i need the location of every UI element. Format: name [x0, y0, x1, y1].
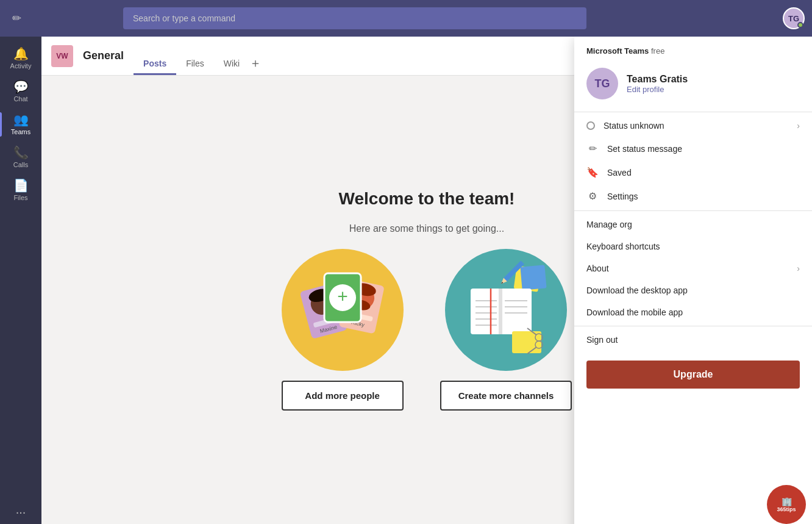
divider-2 — [574, 210, 812, 211]
add-people-illustration: Maxine Ricky — [282, 249, 404, 371]
dropdown-header: Microsoft Teams free — [574, 37, 812, 60]
tab-add-button[interactable]: ＋ — [249, 55, 262, 75]
sidebar-item-label: Teams — [11, 128, 30, 135]
sidebar-item-label: Files — [13, 194, 27, 201]
download-mobile-label: Download the mobile app — [586, 307, 800, 317]
dropdown-panel: Microsoft Teams free TG Teams Gratis Edi… — [574, 37, 812, 524]
profile-name: Teams Gratis — [627, 74, 688, 85]
profile-avatar: TG — [586, 68, 618, 99]
sidebar-item-label: Calls — [13, 161, 28, 168]
profile-edit-link[interactable]: Edit profile — [627, 85, 688, 94]
activity-icon: 🔔 — [13, 46, 29, 61]
set-status-label: Set status message — [607, 144, 800, 154]
content-area: VW General Posts Files Wiki ＋ Welcome to… — [41, 37, 812, 524]
settings-label: Settings — [607, 192, 800, 201]
tab-posts[interactable]: Posts — [134, 37, 176, 75]
tips-badge[interactable]: 🏢 365tips — [767, 485, 806, 524]
create-channels-illustration — [445, 249, 567, 371]
add-more-people-button[interactable]: Add more people — [282, 381, 404, 411]
edit-icon[interactable]: ✏ — [12, 12, 21, 25]
sidebar-more[interactable]: ... — [9, 495, 34, 524]
tab-files[interactable]: Files — [176, 37, 214, 75]
sidebar-item-teams[interactable]: 👥 Teams — [0, 107, 41, 140]
welcome-subtitle: Here are some things to get going... — [349, 223, 504, 234]
create-channels-card: Create more channels — [440, 249, 572, 411]
welcome-title: Welcome to the team! — [339, 189, 515, 209]
presence-dot — [797, 22, 803, 28]
menu-item-manage-org[interactable]: Manage org — [574, 214, 812, 235]
sidebar-item-chat[interactable]: 💬 Chat — [0, 74, 41, 107]
tips-icon: 🏢 — [782, 497, 792, 506]
menu-item-about[interactable]: About › — [574, 257, 812, 279]
download-desktop-label: Download the desktop app — [586, 285, 800, 295]
search-bar[interactable]: Search or type a command — [123, 7, 586, 29]
status-label: Status unknown — [604, 121, 788, 131]
menu-item-sign-out[interactable]: Sign out — [574, 329, 812, 351]
keyboard-shortcuts-label: Keyboard shortcuts — [586, 242, 800, 251]
svg-text:+: + — [337, 286, 348, 306]
menu-item-settings[interactable]: ⚙ Settings — [574, 184, 812, 208]
sign-out-label: Sign out — [586, 335, 800, 345]
menu-item-set-status[interactable]: ✏ Set status message — [574, 137, 812, 160]
divider-3 — [574, 326, 812, 326]
main-layout: 🔔 Activity 💬 Chat 👥 Teams 📞 Calls 📄 File… — [0, 37, 812, 524]
menu-item-download-desktop[interactable]: Download the desktop app — [574, 279, 812, 301]
welcome-cards: Maxine Ricky — [282, 249, 572, 411]
sidebar: 🔔 Activity 💬 Chat 👥 Teams 📞 Calls 📄 File… — [0, 37, 41, 524]
chat-icon: 💬 — [13, 79, 29, 94]
sidebar-item-calls[interactable]: 📞 Calls — [0, 140, 41, 173]
menu-item-saved[interactable]: 🔖 Saved — [574, 160, 812, 184]
channel-tabs: Posts Files Wiki ＋ — [134, 37, 262, 75]
about-label: About — [586, 264, 788, 273]
status-dot-icon — [586, 121, 595, 130]
saved-label: Saved — [607, 168, 800, 178]
about-chevron-icon: › — [797, 264, 800, 273]
avatar-initials: TG — [788, 14, 799, 23]
search-placeholder: Search or type a command — [133, 13, 235, 23]
create-more-channels-button[interactable]: Create more channels — [440, 381, 572, 411]
sidebar-item-files[interactable]: 📄 Files — [0, 173, 41, 206]
svg-rect-17 — [499, 289, 502, 334]
chevron-right-icon: › — [797, 121, 800, 131]
svg-rect-15 — [520, 265, 546, 290]
edit-status-icon: ✏ — [586, 143, 599, 154]
menu-item-keyboard-shortcuts[interactable]: Keyboard shortcuts — [574, 235, 812, 257]
app-name: Microsoft Teams — [586, 46, 649, 56]
avatar-button[interactable]: TG — [783, 7, 805, 29]
menu-item-download-mobile[interactable]: Download the mobile app — [574, 301, 812, 323]
add-people-card: Maxine Ricky — [282, 249, 404, 411]
settings-icon: ⚙ — [586, 190, 599, 202]
sidebar-item-label: Activity — [10, 62, 32, 70]
calls-icon: 📞 — [13, 145, 29, 160]
saved-icon: 🔖 — [586, 167, 599, 178]
profile-row: TG Teams Gratis Edit profile — [574, 60, 812, 109]
top-bar: ✏ Search or type a command TG — [0, 0, 812, 37]
channel-title: General — [83, 49, 124, 62]
tips-label: 365tips — [777, 506, 796, 512]
teams-icon: 👥 — [13, 112, 29, 127]
profile-info: Teams Gratis Edit profile — [627, 74, 688, 94]
divider-1 — [574, 112, 812, 112]
tab-wiki[interactable]: Wiki — [214, 37, 249, 75]
app-plan: free — [651, 46, 664, 56]
files-icon: 📄 — [13, 178, 29, 193]
menu-item-status[interactable]: Status unknown › — [574, 115, 812, 137]
manage-org-label: Manage org — [586, 220, 800, 229]
sidebar-item-label: Chat — [13, 95, 27, 102]
team-icon: VW — [51, 45, 73, 67]
upgrade-button[interactable]: Upgrade — [586, 361, 800, 389]
sidebar-item-activity[interactable]: 🔔 Activity — [0, 41, 41, 74]
